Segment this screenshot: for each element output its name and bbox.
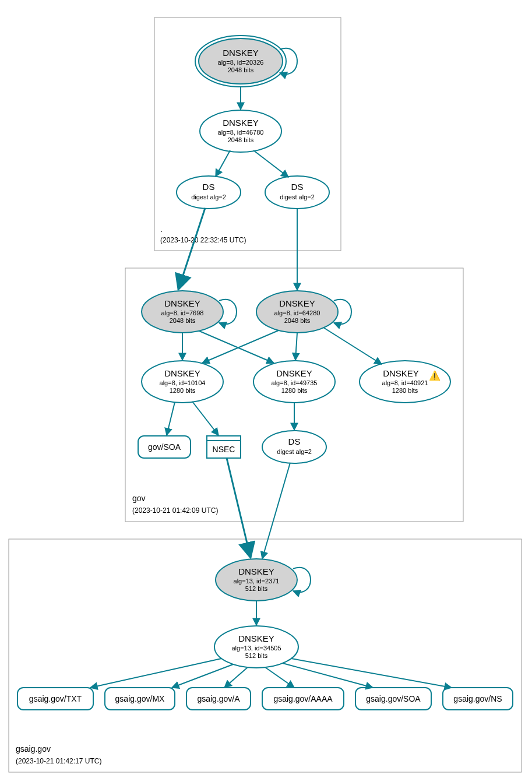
svg-text:alg=8, id=40921: alg=8, id=40921 <box>382 379 428 386</box>
svg-text:DNSKEY: DNSKEY <box>223 118 259 128</box>
node-root-ksk: DNSKEY alg=8, id=20326 2048 bits <box>195 36 286 87</box>
svg-text:gsaig.gov/SOA: gsaig.gov/SOA <box>366 694 421 703</box>
zone-root-name: . <box>160 224 163 234</box>
node-rr-ns: gsaig.gov/NS <box>443 688 513 710</box>
svg-text:DNSKEY: DNSKEY <box>383 368 419 378</box>
edge-govksk2-zsk2 <box>295 333 297 360</box>
svg-text:digest alg=2: digest alg=2 <box>277 448 312 455</box>
edge-govds-gsaigksk <box>262 463 290 559</box>
edge-zsk1-soa <box>167 402 175 435</box>
svg-text:DNSKEY: DNSKEY <box>164 298 200 308</box>
edge-zsk-aaaa <box>265 667 294 688</box>
node-gov-ds: DS digest alg=2 <box>262 431 326 463</box>
svg-text:DNSKEY: DNSKEY <box>223 48 259 58</box>
svg-text:alg=8, id=46780: alg=8, id=46780 <box>218 129 264 136</box>
node-root-zsk: DNSKEY alg=8, id=46780 2048 bits <box>200 110 281 152</box>
svg-point-12 <box>265 176 329 209</box>
svg-text:digest alg=2: digest alg=2 <box>191 193 226 200</box>
svg-text:alg=8, id=7698: alg=8, id=7698 <box>161 309 204 316</box>
node-rr-a: gsaig.gov/A <box>186 688 251 710</box>
edge-govksk2-zsk3 <box>323 328 382 364</box>
edge-rootzsk-ds1 <box>216 150 230 177</box>
zone-root-timestamp: (2023-10-20 22:32:45 UTC) <box>160 236 246 244</box>
edge-zsk-soa <box>283 663 373 688</box>
svg-text:NSEC: NSEC <box>213 445 235 454</box>
svg-text:alg=8, id=64280: alg=8, id=64280 <box>274 309 320 316</box>
edge-zsk-ns <box>291 659 452 688</box>
svg-text:alg=8, id=20326: alg=8, id=20326 <box>218 59 264 66</box>
node-gsaig-ksk: DNSKEY alg=13, id=2371 512 bits <box>216 559 297 601</box>
node-gov-zsk2: DNSKEY alg=8, id=49735 1280 bits <box>253 361 335 403</box>
zone-gov-name: gov <box>132 494 146 503</box>
node-root-ds1: DS digest alg=2 <box>177 176 241 209</box>
svg-text:DS: DS <box>203 182 215 192</box>
svg-text:gsaig.gov/TXT: gsaig.gov/TXT <box>29 694 82 703</box>
zone-gsaig-name: gsaig.gov <box>16 744 51 754</box>
svg-text:2048 bits: 2048 bits <box>228 136 254 143</box>
svg-text:512 bits: 512 bits <box>245 585 268 592</box>
svg-text:DNSKEY: DNSKEY <box>164 368 200 378</box>
svg-text:alg=8, id=49735: alg=8, id=49735 <box>272 379 318 386</box>
svg-text:DNSKEY: DNSKEY <box>238 633 274 643</box>
node-rr-mx: gsaig.gov/MX <box>105 688 175 710</box>
svg-text:2048 bits: 2048 bits <box>170 317 196 324</box>
svg-text:2048 bits: 2048 bits <box>228 66 254 73</box>
warning-icon: ⚠️ <box>429 370 441 381</box>
svg-text:DNSKEY: DNSKEY <box>238 566 274 576</box>
node-rr-soa: gsaig.gov/SOA <box>355 688 431 710</box>
svg-text:gsaig.gov/A: gsaig.gov/A <box>197 694 240 703</box>
svg-text:DS: DS <box>288 436 301 446</box>
svg-text:DS: DS <box>291 182 304 192</box>
svg-text:1280 bits: 1280 bits <box>392 387 418 394</box>
node-gov-soa: gov/SOA <box>138 436 191 458</box>
edge-ds1-govksk1 <box>178 208 205 290</box>
zone-gsaig-timestamp: (2023-10-21 01:42:17 UTC) <box>16 757 101 765</box>
svg-text:alg=13, id=34505: alg=13, id=34505 <box>231 645 281 652</box>
svg-text:digest alg=2: digest alg=2 <box>280 193 315 200</box>
svg-point-40 <box>262 431 326 463</box>
svg-point-9 <box>177 176 241 209</box>
svg-text:512 bits: 512 bits <box>245 652 268 659</box>
svg-text:gov/SOA: gov/SOA <box>148 442 181 452</box>
svg-text:DNSKEY: DNSKEY <box>276 368 312 378</box>
svg-text:1280 bits: 1280 bits <box>281 387 308 394</box>
svg-text:1280 bits: 1280 bits <box>170 387 196 394</box>
svg-text:alg=8, id=10104: alg=8, id=10104 <box>160 379 206 386</box>
node-gov-nsec: NSEC <box>207 436 241 458</box>
svg-text:alg=13, id=2371: alg=13, id=2371 <box>234 578 280 585</box>
node-rr-txt: gsaig.gov/TXT <box>17 688 93 710</box>
node-gov-ksk2: DNSKEY alg=8, id=64280 2048 bits <box>256 291 338 333</box>
edge-rootzsk-ds2 <box>253 150 288 177</box>
node-gov-ksk1: DNSKEY alg=8, id=7698 2048 bits <box>142 291 223 333</box>
svg-text:gsaig.gov/MX: gsaig.gov/MX <box>115 694 165 703</box>
node-root-ds2: DS digest alg=2 <box>265 176 329 209</box>
svg-text:DNSKEY: DNSKEY <box>279 298 315 308</box>
node-gsaig-zsk: DNSKEY alg=13, id=34505 512 bits <box>214 626 298 668</box>
svg-text:gsaig.gov/NS: gsaig.gov/NS <box>453 694 502 703</box>
edge-zsk-a <box>224 667 248 688</box>
edge-zsk-txt <box>90 659 221 688</box>
edge-govksk1-zsk2 <box>199 331 274 363</box>
svg-text:2048 bits: 2048 bits <box>284 317 311 324</box>
node-gov-zsk1: DNSKEY alg=8, id=10104 1280 bits <box>142 361 223 403</box>
svg-text:gsaig.gov/AAAA: gsaig.gov/AAAA <box>273 694 333 703</box>
edge-zsk1-nsec <box>192 402 219 435</box>
zone-gov-timestamp: (2023-10-21 01:42:09 UTC) <box>132 506 218 515</box>
edge-govksk2-zsk1 <box>202 330 279 363</box>
edge-nsec-gsaigksk <box>227 458 251 558</box>
node-gov-zsk3: DNSKEY ⚠️ alg=8, id=40921 1280 bits <box>360 361 450 403</box>
node-rr-aaaa: gsaig.gov/AAAA <box>262 688 344 710</box>
